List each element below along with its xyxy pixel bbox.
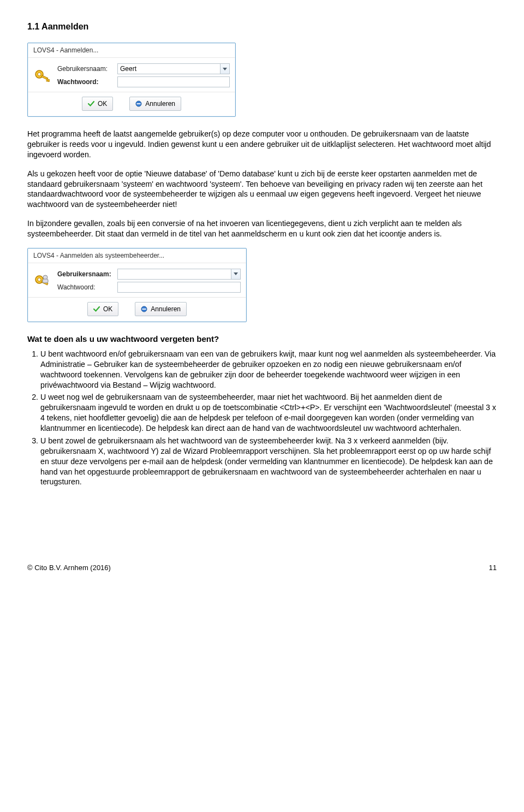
body-paragraph-2: Als u gekozen heeft voor de optie 'Nieuw… — [27, 169, 497, 210]
cancel-icon — [141, 306, 147, 312]
username-label: Gebruikersnaam: — [57, 270, 117, 278]
username-combobox[interactable]: Geert — [117, 63, 230, 74]
username-label: Gebruikersnaam: — [57, 65, 117, 73]
dialog-title: LOVS4 - Aanmelden... — [28, 43, 235, 58]
login-admin-dialog: LOVS4 - Aanmelden als systeembeheerder..… — [27, 248, 247, 322]
page-number: 11 — [489, 564, 497, 572]
password-input[interactable] — [117, 76, 230, 87]
svg-rect-6 — [137, 103, 141, 104]
key-admin-icon — [33, 273, 53, 291]
svg-point-8 — [38, 278, 41, 281]
check-icon — [88, 100, 94, 107]
svg-rect-3 — [46, 79, 48, 81]
svg-point-1 — [38, 73, 41, 76]
cancel-button[interactable]: Annuleren — [135, 302, 187, 316]
svg-rect-11 — [43, 279, 48, 283]
cancel-button-label: Annuleren — [145, 100, 175, 108]
dialog-title: LOVS4 - Aanmelden als systeembeheerder..… — [28, 248, 246, 263]
footer-copyright: © Cito B.V. Arnhem (2016) — [27, 564, 111, 572]
cancel-button[interactable]: Annuleren — [129, 97, 181, 111]
check-icon — [93, 306, 100, 312]
body-paragraph-1: Het programma heeft de laatst aangemelde… — [27, 129, 497, 160]
ok-button-label: OK — [98, 100, 107, 108]
password-label: Wachtwoord: — [57, 283, 117, 291]
login-dialog: LOVS4 - Aanmelden... Gebruikersnaam: Gee… — [27, 43, 236, 117]
password-label: Wachtwoord: — [57, 78, 117, 86]
cancel-icon — [135, 100, 142, 107]
ok-button-label: OK — [103, 305, 112, 313]
subheading: Wat te doen als u uw wachtwoord vergeten… — [27, 334, 497, 343]
cancel-button-label: Annuleren — [151, 305, 181, 313]
body-paragraph-3: In bijzondere gevallen, zoals bij een co… — [27, 218, 497, 239]
chevron-down-icon[interactable] — [231, 269, 240, 279]
username-value: Geert — [120, 65, 220, 73]
section-heading: 1.1 Aanmelden — [27, 22, 497, 32]
svg-rect-4 — [48, 80, 50, 82]
ok-button[interactable]: OK — [82, 97, 113, 111]
username-combobox[interactable] — [117, 269, 241, 280]
chevron-down-icon[interactable] — [220, 64, 229, 74]
list-item: U weet nog wel de gebruikersnaam van de … — [40, 392, 497, 434]
list-item: U bent wachtwoord en/of gebruikersnaam v… — [40, 349, 497, 390]
list-item: U bent zowel de gebruikersnaam als het w… — [40, 436, 497, 487]
svg-rect-13 — [142, 309, 146, 310]
ok-button[interactable]: OK — [87, 302, 118, 316]
key-icon — [33, 68, 53, 85]
steps-list: U bent wachtwoord en/of gebruikersnaam v… — [40, 349, 497, 487]
password-input[interactable] — [117, 282, 241, 293]
